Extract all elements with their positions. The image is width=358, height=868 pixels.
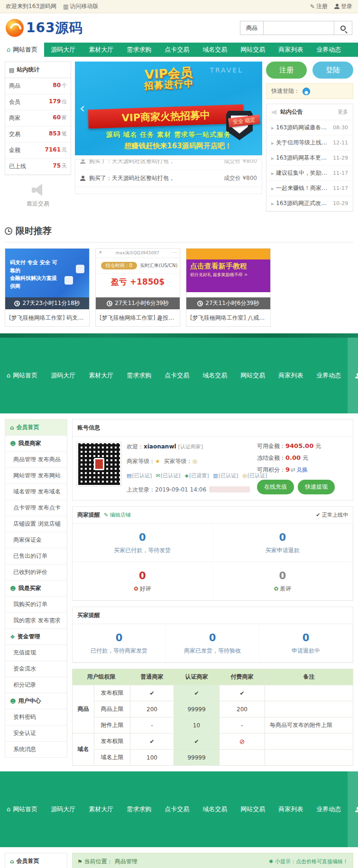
home-icon: ⌂	[7, 800, 10, 819]
sidebar-item-fund-flow[interactable]: 资金流水	[5, 661, 67, 677]
announcement-item[interactable]: ▸关于信用等级上线的说明！12-11	[266, 135, 353, 151]
nav-domain-trade[interactable]: 域名交易	[196, 43, 234, 57]
nav-industry-news[interactable]: 业界动态	[310, 771, 348, 847]
sidebar-item-recharge-withdraw[interactable]: 充值提现	[5, 645, 67, 661]
login-button[interactable]: 登陆	[312, 62, 353, 79]
sidebar-item-profile-password[interactable]: 资料密码	[5, 709, 67, 725]
nav-domain-trade[interactable]: 域名交易	[196, 771, 234, 847]
announcement-item[interactable]: ▸163源码网诚邀各路商业同行...08-30	[266, 120, 353, 135]
sidebar-item-points-log[interactable]: 积分记录	[5, 677, 67, 693]
withdraw-button[interactable]: 快速提现	[298, 480, 335, 494]
topbar-register-link[interactable]: ✎注册	[310, 2, 328, 10]
nav-domain-trade[interactable]: 域名交易	[196, 338, 234, 413]
flash-card-title[interactable]: [梦飞筱楠网络工作室] 趣投||美元币圈||已对	[96, 309, 180, 326]
vip-banner[interactable]: TRAVEL VIP会员招募进行中 ‹ › VIP商家火热招募中 安全 稳定 源…	[75, 62, 262, 155]
nav-merchant-list[interactable]: 商家列表	[272, 43, 310, 57]
nav-merchant-list[interactable]: 商家列表	[272, 771, 310, 847]
announcement-item[interactable]: ▸163源码网基本更新已完成，...11-29	[266, 151, 353, 166]
sidebar-item-member-home[interactable]: ⌂会员首页	[5, 853, 67, 868]
announcement-item[interactable]: ▸163源码网正式改版上线！关...10-29	[266, 196, 353, 211]
nav-site-trade[interactable]: 网站交易	[234, 338, 272, 413]
sidebar-item-product-manage[interactable]: 商品管理 发布商品	[5, 452, 67, 468]
site-logo[interactable]: 163源码	[6, 19, 83, 37]
perm-header: 备注	[265, 669, 353, 685]
banner-ribbon-text: VIP商家火热招募中	[88, 104, 244, 128]
search-button[interactable]	[334, 21, 352, 35]
nav-material-hall[interactable]: 素材大厅	[82, 771, 120, 847]
more-link[interactable]: 更多	[338, 108, 348, 116]
nav-source-hall[interactable]: 源码大厅	[44, 771, 82, 847]
search-input[interactable]	[263, 21, 334, 35]
sidebar-group-buyer[interactable]: ☻我是买家	[5, 581, 67, 597]
nav-card-trade[interactable]: 点卡交易	[158, 338, 196, 413]
nav-demand[interactable]: 需求求购	[120, 338, 158, 413]
sidebar-item-system-messages[interactable]: 系统消息	[5, 742, 67, 758]
flash-card[interactable]: 点击查看新手教程 积分兑好礼 超多奖励领不停 > 27天11小时6分39秒 [梦…	[186, 248, 271, 327]
search-bar: 商品	[240, 21, 352, 35]
exchange-link[interactable]: 兑换	[296, 466, 308, 473]
recharge-button[interactable]: 在线充值	[257, 480, 294, 494]
user-icon	[334, 4, 340, 9]
flash-card-title[interactable]: [梦飞筱楠网络工作室] 八戒夺宝||微信靓号夺	[186, 309, 270, 326]
sidebar-item-my-orders[interactable]: 我购买的订单	[5, 597, 67, 613]
mail-badge: ✉[已认证]	[156, 473, 181, 479]
member-nav: ⌂网站首页 源码大厅 素材大厅 需求求购 点卡交易 域名交易 网站交易 商家列表…	[0, 338, 358, 413]
flash-card-title[interactable]: [梦飞筱楠网络工作室] 码支付开发,包更新售	[5, 309, 89, 326]
qq-login-icon[interactable]	[303, 88, 310, 95]
nav-home[interactable]: ⌂网站首页	[0, 771, 44, 847]
sidebar-item-sold-orders[interactable]: 已售出的订单	[5, 548, 67, 564]
clock-icon	[197, 301, 203, 306]
sidebar-item-member-home[interactable]: ⌂会员首页	[5, 420, 67, 436]
nav-card-trade[interactable]: 点卡交易	[158, 43, 196, 57]
nav-home[interactable]: ⌂网站首页	[0, 338, 44, 413]
trade-row[interactable]: 购买了：天天源码社区整站打包，成交价 ¥800	[75, 170, 262, 187]
nav-industry-news[interactable]: 业界动态	[310, 338, 348, 413]
sidebar-group-seller[interactable]: ☻我是商家	[5, 436, 67, 452]
nav-merchant-list[interactable]: 商家列表	[272, 338, 310, 413]
nav-demand[interactable]: 需求求购	[120, 771, 158, 847]
sidebar-item-card-manage[interactable]: 点卡管理 发布点卡	[5, 500, 67, 516]
register-button[interactable]: 注册	[266, 62, 307, 79]
nav-site-trade[interactable]: 网站交易	[234, 43, 272, 57]
flash-recommend-section: 限时推荐 码支付 专业 安全 可靠的金融科技解决方案提供商 27天23小时11分…	[0, 218, 358, 333]
countdown-bar: 27天11小时6分39秒	[186, 297, 270, 309]
stat-row: 商品80个	[5, 78, 71, 94]
search-category-select[interactable]: 商品	[240, 21, 263, 35]
sidebar-item-security-auth[interactable]: 安全认证	[5, 725, 67, 742]
user-icon	[355, 373, 357, 378]
sidebar-item-site-manage[interactable]: 网站管理 发布网站	[5, 468, 67, 484]
sidebar-item-received-reviews[interactable]: 已收到的评价	[5, 564, 67, 581]
sidebar-item-my-demands[interactable]: 我的需求 发布需求	[5, 613, 67, 629]
nav-source-hall[interactable]: 源码大厅	[44, 43, 82, 57]
nav-material-hall[interactable]: 素材大厅	[82, 43, 120, 57]
sidebar-item-deposit[interactable]: 商家保证金	[5, 532, 67, 548]
section-divider	[0, 333, 358, 338]
sidebar-item-domain-manage[interactable]: 域名管理 发布域名	[5, 484, 67, 500]
flash-card-thumbnail: 码支付 专业 安全 可靠的金融科技解决方案提供商 27天23小时11分18秒	[5, 249, 89, 309]
sidebar-group-funds[interactable]: ❖资金管理	[5, 629, 67, 645]
announcement-item[interactable]: ▸建议征集中，奖励随机发放。11-17	[266, 166, 353, 181]
topbar-login-link[interactable]: 登录	[334, 2, 352, 10]
nav-source-hall[interactable]: 源码大厅	[44, 338, 82, 413]
nav-card-trade[interactable]: 点卡交易	[158, 771, 196, 847]
mobile-version-link[interactable]: ▥访问移动版	[63, 2, 98, 10]
nav-industry-news[interactable]: 业界动态	[310, 43, 348, 57]
sidebar-group-user-center[interactable]: ☻用户中心	[5, 693, 67, 709]
edit-shop-link[interactable]: ✎ 编辑店铺	[104, 511, 131, 519]
tip-text: ✱小提示：点击价格可直接编辑！	[269, 858, 348, 865]
nav-member-center[interactable]: 会员管理	[348, 771, 358, 847]
sidebar-item-shop-settings[interactable]: 店铺设置 浏览店铺	[5, 516, 67, 532]
banner-subtitle-2: 想赚钱赶快来163源码网开店吧！	[94, 142, 262, 151]
nav-material-hall[interactable]: 素材大厅	[82, 338, 120, 413]
nav-demand[interactable]: 需求求购	[120, 43, 158, 57]
flash-card[interactable]: 码支付 专业 安全 可靠的金融科技解决方案提供商 27天23小时11分18秒 […	[5, 248, 90, 327]
banner-prev-arrow[interactable]: ‹	[80, 100, 85, 116]
nav-site-trade[interactable]: 网站交易	[234, 771, 272, 847]
nav-home[interactable]: ⌂网站首页	[0, 43, 44, 57]
announcements-title: 站内公告	[280, 108, 338, 116]
nav-member-center[interactable]: 会员管理	[348, 338, 358, 413]
announcement-item[interactable]: ▸一起来赚钱！商家报备计划11-17	[266, 181, 353, 196]
perm-row: 商品上限 200 99999 200	[73, 701, 353, 717]
flash-card[interactable]: ✕max演示QQ3945097⋯ 结仓时间：0实时汇率(US/CN) 盈亏 +1…	[95, 248, 180, 327]
trade-row[interactable]: 购买了：天天源码社区整站打包，成交价 ¥800	[75, 159, 262, 170]
